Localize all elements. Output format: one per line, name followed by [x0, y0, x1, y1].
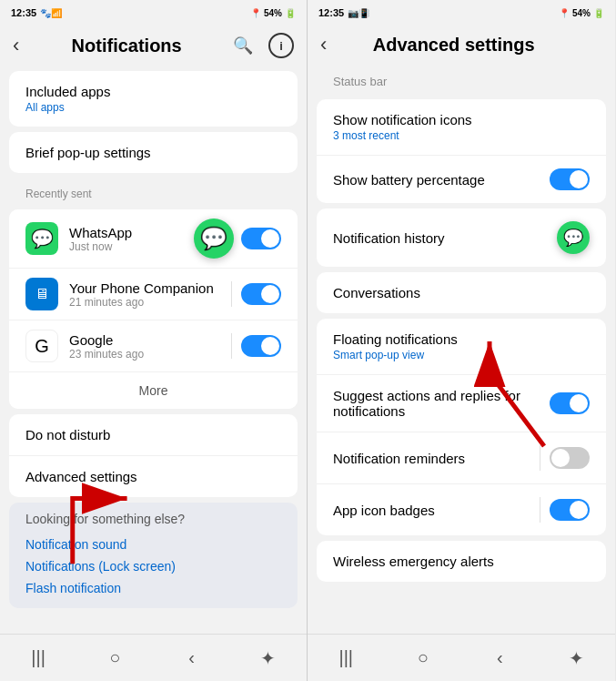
left-content: Included apps All apps Brief pop-up sett… [0, 66, 307, 634]
floating-notifications-label: Floating notifications [333, 331, 458, 347]
page-title-right: Advanced settings [373, 35, 535, 56]
notification-reminders-toggle[interactable] [550, 447, 590, 469]
time-left: 12:35 [11, 7, 36, 18]
google-time: 23 minutes ago [69, 348, 231, 361]
advanced-settings-item[interactable]: Advanced settings [9, 456, 298, 497]
notification-sound-link[interactable]: Notification sound [25, 534, 281, 555]
status-time-right: 12:35 📷📳 [318, 7, 369, 18]
whatsapp-time: Just now [69, 240, 187, 253]
nav-menu-left[interactable]: ||| [20, 640, 56, 676]
wireless-alerts-card: Wireless emergency alerts [317, 541, 606, 582]
search-icon[interactable]: 🔍 [230, 33, 256, 58]
wireless-alerts-label: Wireless emergency alerts [333, 554, 494, 569]
time-right: 12:35 [318, 7, 344, 18]
show-battery-percentage-item[interactable]: Show battery percentage [317, 156, 606, 203]
included-apps-card: Included apps All apps [9, 71, 298, 127]
notification-history-card: Notification history 💬 [317, 208, 606, 267]
divider-reminders [540, 445, 540, 471]
google-icon: G [25, 330, 58, 362]
conversations-item[interactable]: Conversations [317, 272, 606, 313]
looking-for-title: Looking for something else? [25, 512, 281, 526]
status-bar-card: Show notification icons 3 most recent Sh… [317, 99, 606, 203]
nav-back-right[interactable]: ‹ [481, 640, 518, 676]
included-apps-sub: All apps [25, 101, 110, 114]
conversations-card: Conversations [317, 272, 606, 313]
nav-menu-right[interactable]: ||| [328, 640, 364, 676]
status-right-right: 📍 54%🔋 [559, 8, 604, 18]
floating-notifications-sub: Smart pop-up view [333, 349, 458, 361]
whatsapp-float-icon: 💬 [194, 219, 234, 259]
show-notification-icons-label: Show notification icons [333, 112, 472, 127]
do-not-disturb-item[interactable]: Do not disturb [9, 414, 298, 456]
nav-home-left[interactable]: ○ [96, 640, 133, 676]
phone-companion-icon: 🖥 [25, 278, 58, 310]
reminders-toggle-group [540, 445, 590, 471]
suggest-actions-item[interactable]: Suggest actions and replies for notifica… [317, 375, 606, 432]
status-bar-section-label: Status bar [317, 64, 606, 94]
show-notification-icons-sub: 3 most recent [333, 129, 472, 142]
phone-companion-toggle[interactable] [241, 283, 281, 305]
notification-history-label: Notification history [333, 230, 445, 246]
suggest-actions-toggle[interactable] [550, 392, 590, 414]
nav-home-right[interactable]: ○ [405, 640, 441, 676]
phone-toggle-group [231, 281, 281, 307]
do-not-disturb-label: Do not disturb [25, 427, 110, 442]
divider-badges [540, 497, 540, 523]
wireless-alerts-item[interactable]: Wireless emergency alerts [317, 541, 606, 582]
status-right-left: 📍 54%🔋 [250, 8, 296, 18]
google-toggle[interactable] [241, 335, 281, 357]
nav-back-left[interactable]: ‹ [174, 640, 210, 676]
suggest-actions-label: Suggest actions and replies for notifica… [333, 388, 550, 419]
show-battery-percentage-label: Show battery percentage [333, 172, 485, 188]
whatsapp-icon: 💬 [25, 222, 58, 255]
app-icon-badges-label: App icon badges [333, 503, 435, 518]
nav-assistant-left[interactable]: ✦ [250, 640, 287, 676]
whatsapp-toggle[interactable] [241, 228, 281, 249]
battery-right: 54% [572, 8, 591, 18]
floating-notifications-text: Floating notifications Smart pop-up view [333, 331, 458, 361]
more-button[interactable]: More [9, 372, 298, 409]
whatsapp-item[interactable]: 💬 WhatsApp Just now 💬 [9, 209, 298, 269]
info-icon[interactable]: i [268, 33, 294, 58]
phone-companion-time: 21 minutes ago [69, 296, 231, 309]
top-bar-right: ‹ Advanced settings [308, 25, 615, 64]
status-icons-left: 🐾📶 [40, 8, 62, 18]
bottom-nav-left: ||| ○ ‹ ✦ [0, 634, 307, 681]
app-icon-badges-toggle[interactable] [550, 499, 590, 521]
notifications-lock-screen-link[interactable]: Notifications (Lock screen) [25, 555, 281, 577]
divider2 [231, 333, 232, 359]
included-apps-item[interactable]: Included apps All apps [9, 71, 298, 127]
status-bar-right: 12:35 📷📳 📍 54%🔋 [308, 0, 615, 25]
header-icons-left: 🔍 i [230, 33, 294, 58]
phone-companion-item[interactable]: 🖥 Your Phone Companion 21 minutes ago [9, 269, 298, 320]
page-title-left: Notifications [72, 36, 182, 56]
apps-card: 💬 WhatsApp Just now 💬 🖥 Your Phone Compa… [9, 209, 298, 409]
notification-reminders-item[interactable]: Notification reminders [317, 432, 606, 484]
looking-for-section: Looking for something else? Notification… [9, 503, 298, 608]
back-button-right[interactable]: ‹ [320, 33, 327, 56]
location-icon: 📍 [250, 8, 261, 18]
status-bar-left: 12:35 🐾📶 📍 54%🔋 [0, 0, 307, 25]
app-icon-badges-item[interactable]: App icon badges [317, 484, 606, 535]
brief-popup-item[interactable]: Brief pop-up settings [9, 132, 298, 173]
flash-notification-link[interactable]: Flash notification [25, 577, 281, 599]
right-content: Status bar Show notification icons 3 mos… [308, 64, 615, 634]
badges-toggle-group [540, 497, 590, 523]
whatsapp-info: WhatsApp Just now [69, 225, 187, 253]
show-notification-icons-item[interactable]: Show notification icons 3 most recent [317, 99, 606, 156]
status-icons-right: 📷📳 [348, 8, 369, 18]
google-toggle-group [231, 333, 281, 359]
notification-history-wa-icon: 💬 [557, 221, 590, 254]
nav-assistant-right[interactable]: ✦ [559, 640, 595, 676]
recently-sent-label: Recently sent [9, 178, 298, 204]
status-time-left: 12:35 🐾📶 [11, 7, 62, 18]
notifications-settings-card: Floating notifications Smart pop-up view… [317, 319, 606, 535]
back-button-left[interactable]: ‹ [13, 34, 19, 57]
show-battery-toggle[interactable] [550, 168, 590, 190]
google-item[interactable]: G Google 23 minutes ago [9, 320, 298, 372]
divider [231, 281, 232, 307]
do-not-disturb-card: Do not disturb Advanced settings [9, 414, 298, 497]
floating-notifications-item[interactable]: Floating notifications Smart pop-up view [317, 319, 606, 375]
phone-companion-name: Your Phone Companion [69, 280, 231, 296]
notification-history-item[interactable]: Notification history 💬 [317, 208, 606, 267]
